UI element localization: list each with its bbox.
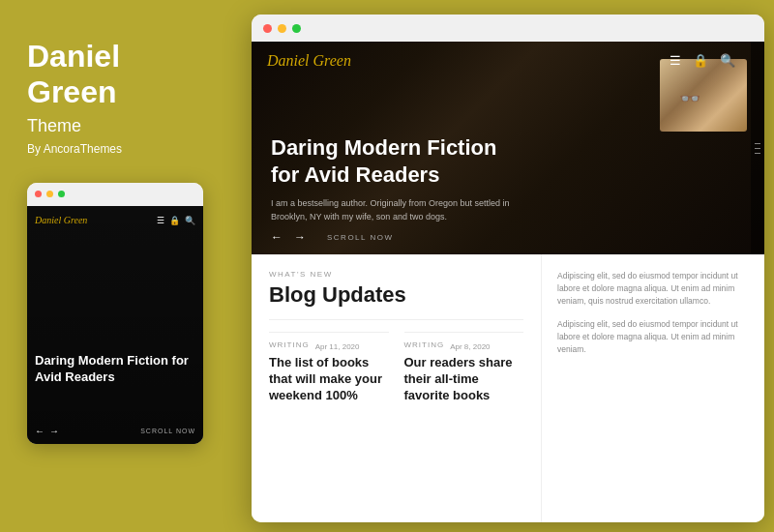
theme-title: DanielGreen <box>27 39 120 110</box>
desktop-hero-title: Daring Modern Fiction for Avid Readers <box>271 134 513 188</box>
desktop-dot-green <box>292 24 301 33</box>
blog-post-title-2[interactable]: Our readers share their all-time favorit… <box>404 355 524 404</box>
whats-new-label: WHAT'S NEW <box>269 270 523 279</box>
desktop-nav: Daniel Green ☰ 🔒 🔍 <box>252 42 751 80</box>
desktop-logo: Daniel Green <box>267 52 351 70</box>
desktop-dot-red <box>263 24 272 33</box>
desktop-hero-content: Daring Modern Fiction for Avid Readers I… <box>271 134 513 223</box>
theme-by: By AncoraThemes <box>27 142 122 156</box>
desktop-hero-desc: I am a bestselling author. Originally fr… <box>271 197 513 223</box>
sidebar-dash-2 <box>755 148 760 149</box>
desktop-mockup: 👓 Daniel Green ☰ 🔒 🔍 Daring Modern Ficti… <box>252 15 764 522</box>
left-panel: DanielGreen Theme By AncoraThemes Daniel… <box>0 0 232 532</box>
blog-category-1: WRITING <box>269 340 310 349</box>
blog-divider <box>269 319 523 320</box>
mobile-logo: Daniel Green <box>35 215 87 225</box>
desktop-right-arrow: → <box>294 230 306 245</box>
blog-post-item-1: WRITING Apr 11, 2020 The list of books t… <box>269 332 389 404</box>
right-text-block-1: Adipiscing elit, sed do eiusmod tempor i… <box>557 270 749 307</box>
mobile-scroll-text: SCROLL NOW <box>140 428 195 434</box>
mobile-right-arrow: → <box>49 426 59 436</box>
desktop-sidebar-strip <box>751 42 764 254</box>
desktop-content-left: WHAT'S NEW Blog Updates WRITING Apr 11, … <box>252 254 542 522</box>
sidebar-dash-3 <box>755 153 760 154</box>
desktop-left-arrow: ← <box>271 230 283 245</box>
blog-posts-grid: WRITING Apr 11, 2020 The list of books t… <box>269 332 523 404</box>
mobile-left-arrow: ← <box>35 426 45 436</box>
desktop-menu-icon: ☰ <box>670 53 681 69</box>
mobile-bottom-bar: ← → SCROLL NOW <box>35 426 195 436</box>
theme-subtitle: Theme <box>27 116 81 136</box>
mobile-mockup: Daniel Green ☰ 🔒 🔍 Daring Modern Fiction… <box>27 183 203 444</box>
blog-post-meta-2: WRITING Apr 8, 2020 <box>404 340 524 352</box>
desktop-scroll-text: SCROLL NOW <box>327 233 394 242</box>
blog-date-1: Apr 11, 2020 <box>315 342 360 351</box>
desktop-bag-icon: 🔒 <box>693 53 708 69</box>
mobile-hero-title: Daring Modern Fiction for Avid Readers <box>35 353 195 386</box>
mobile-overlay <box>27 206 203 444</box>
mobile-menu-icon: ☰ <box>157 216 164 225</box>
mobile-nav: Daniel Green ☰ 🔒 🔍 <box>27 206 203 235</box>
desktop-search-icon: 🔍 <box>720 53 735 69</box>
blog-date-2: Apr 8, 2020 <box>450 342 490 351</box>
blog-post-title-1[interactable]: The list of books that will make your we… <box>269 355 389 404</box>
desktop-hero-bottom: ← → SCROLL NOW <box>271 230 394 245</box>
mobile-dot-red <box>35 191 42 197</box>
blog-category-2: WRITING <box>404 340 445 349</box>
mobile-hero-text: Daring Modern Fiction for Avid Readers <box>35 353 195 386</box>
right-text-block-2: Adipiscing elit, sed do eiusmod tempor i… <box>557 318 749 355</box>
blog-updates-title: Blog Updates <box>269 282 523 308</box>
blog-post-meta-1: WRITING Apr 11, 2020 <box>269 340 389 352</box>
mobile-titlebar <box>27 183 203 206</box>
desktop-dot-yellow <box>278 24 286 33</box>
glasses-icon: 👓 <box>679 88 700 109</box>
desktop-nav-icons: ☰ 🔒 🔍 <box>670 53 735 69</box>
mobile-content: Daniel Green ☰ 🔒 🔍 Daring Modern Fiction… <box>27 206 203 444</box>
desktop-content-right: Adipiscing elit, sed do eiusmod tempor i… <box>542 254 764 522</box>
mobile-bag-icon: 🔒 <box>169 216 180 225</box>
sidebar-dash <box>755 143 760 144</box>
mobile-dot-yellow <box>46 191 53 197</box>
mobile-arrows: ← → <box>35 426 59 436</box>
mobile-nav-icons: ☰ 🔒 🔍 <box>157 216 195 225</box>
desktop-titlebar <box>252 15 764 42</box>
blog-post-item-2: WRITING Apr 8, 2020 Our readers share th… <box>404 332 524 404</box>
mobile-dot-green <box>58 191 65 197</box>
desktop-hero: 👓 Daniel Green ☰ 🔒 🔍 Daring Modern Ficti… <box>252 42 764 254</box>
desktop-content: WHAT'S NEW Blog Updates WRITING Apr 11, … <box>252 254 764 522</box>
mobile-search-icon: 🔍 <box>185 216 195 225</box>
